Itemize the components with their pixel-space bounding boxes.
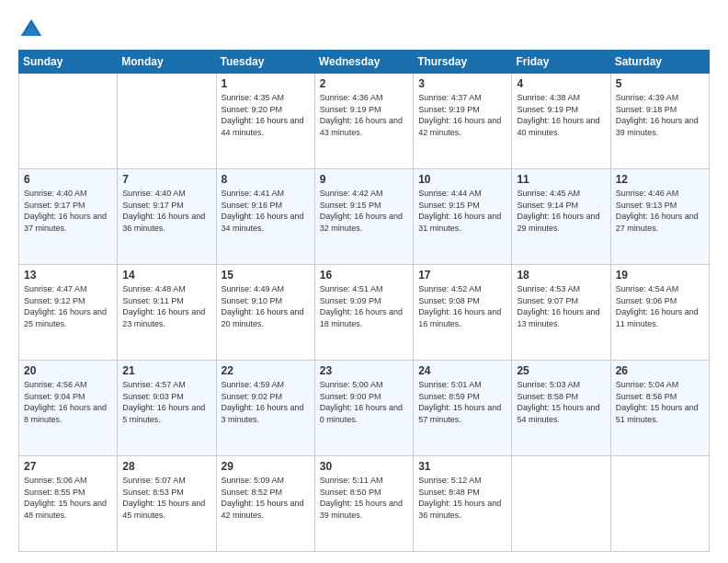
calendar-cell: 7Sunrise: 4:40 AM Sunset: 9:17 PM Daylig… xyxy=(118,169,216,265)
calendar-cell: 14Sunrise: 4:48 AM Sunset: 9:11 PM Dayli… xyxy=(118,265,216,361)
day-number: 10 xyxy=(418,173,506,186)
calendar-cell: 16Sunrise: 4:51 AM Sunset: 9:09 PM Dayli… xyxy=(314,265,413,361)
cell-info: Sunrise: 5:00 AM Sunset: 9:00 PM Dayligh… xyxy=(320,379,408,425)
calendar-cell: 17Sunrise: 4:52 AM Sunset: 9:08 PM Dayli… xyxy=(414,265,512,361)
calendar-cell: 30Sunrise: 5:11 AM Sunset: 8:50 PM Dayli… xyxy=(314,456,413,552)
day-number: 1 xyxy=(222,77,310,90)
cell-info: Sunrise: 4:38 AM Sunset: 9:19 PM Dayligh… xyxy=(517,92,605,138)
weekday-header-tuesday: Tuesday xyxy=(216,51,314,74)
cell-info: Sunrise: 5:09 AM Sunset: 8:52 PM Dayligh… xyxy=(222,475,310,521)
cell-info: Sunrise: 5:11 AM Sunset: 8:50 PM Dayligh… xyxy=(320,475,408,521)
day-number: 24 xyxy=(418,364,506,377)
day-number: 26 xyxy=(616,364,704,377)
day-number: 8 xyxy=(222,173,310,186)
cell-info: Sunrise: 4:37 AM Sunset: 9:19 PM Dayligh… xyxy=(418,92,506,138)
day-number: 6 xyxy=(24,173,112,186)
day-number: 17 xyxy=(418,269,506,282)
day-number: 2 xyxy=(320,77,408,90)
cell-info: Sunrise: 5:06 AM Sunset: 8:55 PM Dayligh… xyxy=(24,475,112,521)
calendar-cell: 18Sunrise: 4:53 AM Sunset: 9:07 PM Dayli… xyxy=(512,265,610,361)
calendar-cell xyxy=(118,74,216,169)
day-number: 7 xyxy=(122,173,210,186)
calendar-cell xyxy=(512,456,610,552)
cell-info: Sunrise: 4:52 AM Sunset: 9:08 PM Dayligh… xyxy=(418,283,506,329)
cell-info: Sunrise: 5:03 AM Sunset: 8:58 PM Dayligh… xyxy=(517,379,605,425)
week-row-4: 27Sunrise: 5:06 AM Sunset: 8:55 PM Dayli… xyxy=(19,456,710,552)
cell-info: Sunrise: 4:45 AM Sunset: 9:14 PM Dayligh… xyxy=(517,188,605,234)
weekday-header-wednesday: Wednesday xyxy=(314,51,413,74)
cell-info: Sunrise: 4:46 AM Sunset: 9:13 PM Dayligh… xyxy=(616,188,704,234)
cell-info: Sunrise: 4:35 AM Sunset: 9:20 PM Dayligh… xyxy=(222,92,310,138)
cell-info: Sunrise: 4:54 AM Sunset: 9:06 PM Dayligh… xyxy=(616,283,704,329)
cell-info: Sunrise: 4:59 AM Sunset: 9:02 PM Dayligh… xyxy=(222,379,310,425)
calendar-cell: 6Sunrise: 4:40 AM Sunset: 9:17 PM Daylig… xyxy=(19,169,118,265)
cell-info: Sunrise: 5:12 AM Sunset: 8:48 PM Dayligh… xyxy=(418,475,506,521)
cell-info: Sunrise: 4:42 AM Sunset: 9:15 PM Dayligh… xyxy=(320,188,408,234)
cell-info: Sunrise: 4:53 AM Sunset: 9:07 PM Dayligh… xyxy=(517,283,605,329)
page: SundayMondayTuesdayWednesdayThursdayFrid… xyxy=(0,0,728,563)
day-number: 22 xyxy=(222,364,310,377)
day-number: 11 xyxy=(517,173,605,186)
weekday-header-friday: Friday xyxy=(512,51,610,74)
calendar-cell xyxy=(19,74,118,169)
day-number: 29 xyxy=(222,460,310,473)
calendar-table: SundayMondayTuesdayWednesdayThursdayFrid… xyxy=(18,50,710,552)
cell-info: Sunrise: 5:01 AM Sunset: 8:59 PM Dayligh… xyxy=(418,379,506,425)
cell-info: Sunrise: 4:36 AM Sunset: 9:19 PM Dayligh… xyxy=(320,92,408,138)
day-number: 27 xyxy=(24,460,112,473)
day-number: 4 xyxy=(517,77,605,90)
day-number: 25 xyxy=(517,364,605,377)
day-number: 19 xyxy=(616,269,704,282)
calendar-cell: 24Sunrise: 5:01 AM Sunset: 8:59 PM Dayli… xyxy=(414,361,512,456)
calendar-cell: 15Sunrise: 4:49 AM Sunset: 9:10 PM Dayli… xyxy=(216,265,314,361)
day-number: 9 xyxy=(320,173,408,186)
calendar-cell: 31Sunrise: 5:12 AM Sunset: 8:48 PM Dayli… xyxy=(414,456,512,552)
cell-info: Sunrise: 4:40 AM Sunset: 9:17 PM Dayligh… xyxy=(24,188,112,234)
cell-info: Sunrise: 4:40 AM Sunset: 9:17 PM Dayligh… xyxy=(122,188,210,234)
day-number: 14 xyxy=(122,269,210,282)
day-number: 30 xyxy=(320,460,408,473)
day-number: 20 xyxy=(24,364,112,377)
day-number: 18 xyxy=(517,269,605,282)
calendar-cell: 23Sunrise: 5:00 AM Sunset: 9:00 PM Dayli… xyxy=(314,361,413,456)
calendar-cell: 26Sunrise: 5:04 AM Sunset: 8:56 PM Dayli… xyxy=(610,361,709,456)
calendar-cell: 21Sunrise: 4:57 AM Sunset: 9:03 PM Dayli… xyxy=(118,361,216,456)
day-number: 15 xyxy=(222,269,310,282)
calendar-cell: 29Sunrise: 5:09 AM Sunset: 8:52 PM Dayli… xyxy=(216,456,314,552)
weekday-header-thursday: Thursday xyxy=(414,51,512,74)
cell-info: Sunrise: 4:51 AM Sunset: 9:09 PM Dayligh… xyxy=(320,283,408,329)
day-number: 16 xyxy=(320,269,408,282)
calendar-cell: 3Sunrise: 4:37 AM Sunset: 9:19 PM Daylig… xyxy=(414,74,512,169)
logo xyxy=(18,17,48,42)
day-number: 12 xyxy=(616,173,704,186)
header xyxy=(18,17,710,42)
calendar-cell: 10Sunrise: 4:44 AM Sunset: 9:15 PM Dayli… xyxy=(414,169,512,265)
calendar-cell: 1Sunrise: 4:35 AM Sunset: 9:20 PM Daylig… xyxy=(216,74,314,169)
calendar-cell: 4Sunrise: 4:38 AM Sunset: 9:19 PM Daylig… xyxy=(512,74,610,169)
cell-info: Sunrise: 4:39 AM Sunset: 9:18 PM Dayligh… xyxy=(616,92,704,138)
weekday-header-saturday: Saturday xyxy=(610,51,709,74)
calendar-cell: 20Sunrise: 4:56 AM Sunset: 9:04 PM Dayli… xyxy=(19,361,118,456)
day-number: 23 xyxy=(320,364,408,377)
calendar-cell: 27Sunrise: 5:06 AM Sunset: 8:55 PM Dayli… xyxy=(19,456,118,552)
calendar-cell: 25Sunrise: 5:03 AM Sunset: 8:58 PM Dayli… xyxy=(512,361,610,456)
day-number: 13 xyxy=(24,269,112,282)
weekday-header-row: SundayMondayTuesdayWednesdayThursdayFrid… xyxy=(19,51,710,74)
week-row-2: 13Sunrise: 4:47 AM Sunset: 9:12 PM Dayli… xyxy=(19,265,710,361)
day-number: 31 xyxy=(418,460,506,473)
cell-info: Sunrise: 4:48 AM Sunset: 9:11 PM Dayligh… xyxy=(122,283,210,329)
day-number: 21 xyxy=(122,364,210,377)
logo-icon xyxy=(18,17,44,42)
cell-info: Sunrise: 4:47 AM Sunset: 9:12 PM Dayligh… xyxy=(24,283,112,329)
week-row-0: 1Sunrise: 4:35 AM Sunset: 9:20 PM Daylig… xyxy=(19,74,710,169)
calendar-cell: 19Sunrise: 4:54 AM Sunset: 9:06 PM Dayli… xyxy=(610,265,709,361)
day-number: 3 xyxy=(418,77,506,90)
calendar-cell: 22Sunrise: 4:59 AM Sunset: 9:02 PM Dayli… xyxy=(216,361,314,456)
weekday-header-sunday: Sunday xyxy=(19,51,118,74)
week-row-3: 20Sunrise: 4:56 AM Sunset: 9:04 PM Dayli… xyxy=(19,361,710,456)
cell-info: Sunrise: 4:44 AM Sunset: 9:15 PM Dayligh… xyxy=(418,188,506,234)
week-row-1: 6Sunrise: 4:40 AM Sunset: 9:17 PM Daylig… xyxy=(19,169,710,265)
cell-info: Sunrise: 4:56 AM Sunset: 9:04 PM Dayligh… xyxy=(24,379,112,425)
day-number: 5 xyxy=(616,77,704,90)
calendar-cell: 5Sunrise: 4:39 AM Sunset: 9:18 PM Daylig… xyxy=(610,74,709,169)
